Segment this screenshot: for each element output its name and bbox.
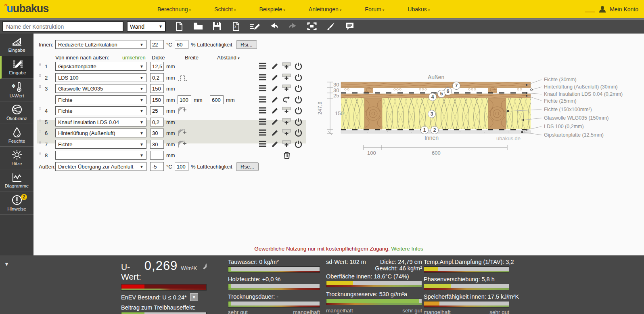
- innen-humidity-input[interactable]: [175, 40, 188, 49]
- insert-layer-icon[interactable]: [282, 73, 291, 82]
- dicke-input-1[interactable]: [150, 62, 164, 71]
- layer-menu-icon[interactable]: [258, 62, 267, 70]
- dicke-input-3[interactable]: [150, 84, 164, 93]
- breite-input-3b[interactable]: [178, 95, 191, 104]
- weitere-infos-link[interactable]: Weitere Infos: [391, 246, 423, 252]
- layer-marker-4[interactable]: 4: [429, 93, 437, 101]
- delete-layer-icon[interactable]: [283, 151, 291, 159]
- layer-menu-icon[interactable]: [258, 84, 267, 92]
- insert-layer-icon[interactable]: [282, 62, 291, 71]
- material-select-2[interactable]: LDS 100▼: [55, 73, 146, 82]
- drag-handle[interactable]: ⠿: [39, 75, 43, 78]
- layer-menu-icon[interactable]: [258, 74, 267, 81]
- edit-layer-icon[interactable]: [271, 118, 279, 125]
- drag-handle[interactable]: ⠿: [39, 63, 43, 66]
- drag-handle[interactable]: ⠿: [39, 86, 43, 89]
- enev-dropdown-button[interactable]: ▼: [190, 293, 198, 301]
- drag-handle[interactable]: ⠿: [39, 108, 43, 111]
- material-select-7[interactable]: Fichte▼: [55, 140, 146, 149]
- material-select-4[interactable]: Fichte▼: [55, 106, 146, 115]
- layer-menu-icon[interactable]: [258, 107, 267, 114]
- nav-forum[interactable]: Forum▾: [365, 6, 384, 13]
- layer-marker-3[interactable]: 3: [428, 110, 436, 118]
- rsi-button[interactable]: Rsi...: [236, 40, 257, 49]
- add-stud-icon[interactable]: [178, 129, 187, 137]
- toggle-layer-icon[interactable]: [295, 74, 302, 81]
- dicke-input-8[interactable]: [150, 151, 164, 160]
- sidebar-item-feuchte[interactable]: Feuchte: [0, 124, 33, 147]
- aussen-temp-input[interactable]: [150, 162, 164, 171]
- construction-type-select[interactable]: Wand▼: [127, 21, 166, 32]
- aussen-condition-select[interactable]: Direkter Übergang zur Außenluft▼: [55, 162, 146, 171]
- sidebar-item-hitze[interactable]: Hitze: [0, 147, 33, 169]
- innen-condition-select[interactable]: Reduzierte Luftzirkulation▼: [55, 40, 146, 49]
- toggle-layer-icon[interactable]: [295, 107, 302, 114]
- material-select-6[interactable]: Hinterlüftung (Außenluft)▼: [55, 129, 146, 137]
- insert-layer-icon[interactable]: [282, 140, 291, 149]
- toggle-layer-icon[interactable]: [295, 62, 302, 70]
- german-flag-icon[interactable]: [585, 6, 595, 13]
- edit-layer-icon[interactable]: [271, 62, 279, 70]
- dicke-input-2[interactable]: [150, 73, 164, 82]
- dicke-input-5[interactable]: [150, 118, 164, 126]
- add-stud-icon[interactable]: [178, 107, 187, 115]
- layer-menu-icon[interactable]: [258, 140, 267, 148]
- drag-handle[interactable]: ⠿: [39, 130, 43, 133]
- insert-layer-icon[interactable]: [282, 106, 291, 116]
- drag-handle[interactable]: ⠿: [39, 119, 43, 122]
- undo-button[interactable]: [268, 21, 280, 32]
- toggle-layer-icon[interactable]: [295, 129, 302, 137]
- dicke-input-3b[interactable]: [150, 95, 164, 104]
- paint-brush-button[interactable]: [325, 21, 337, 32]
- redo-button[interactable]: [287, 21, 299, 32]
- toggle-layer-icon[interactable]: [295, 140, 302, 148]
- nav-schicht[interactable]: Schicht▾: [214, 6, 236, 13]
- wrench-icon[interactable]: [203, 263, 207, 270]
- insert-layer-icon[interactable]: [282, 118, 291, 127]
- collapse-results-icon[interactable]: ▼: [4, 261, 9, 267]
- edit-layer-icon[interactable]: [271, 140, 279, 148]
- material-select-8[interactable]: ▼: [55, 151, 146, 160]
- toggle-layer-icon[interactable]: [295, 84, 302, 92]
- aussen-humidity-input[interactable]: [175, 162, 188, 171]
- dicke-input-7[interactable]: [150, 140, 164, 149]
- construction-name-input[interactable]: [2, 21, 123, 32]
- toggle-layer-icon[interactable]: [295, 96, 302, 103]
- sidebar-item-u-wert[interactable]: ❄ U-Wert: [0, 79, 33, 101]
- rotate-stud-icon[interactable]: [282, 96, 291, 104]
- comment-button[interactable]: [344, 21, 355, 32]
- fullscreen-button[interactable]: [306, 21, 318, 32]
- drag-handle[interactable]: ⠿: [39, 141, 43, 144]
- reverse-link[interactable]: umkehren: [122, 55, 146, 61]
- nav-anleitungen[interactable]: Anleitungen▾: [309, 6, 341, 13]
- material-select-1[interactable]: Gipskartonplatte▼: [55, 62, 146, 71]
- dicke-input-6[interactable]: [150, 129, 164, 137]
- col-abstand[interactable]: Abstand ▾: [217, 55, 240, 61]
- layer-marker-6[interactable]: 6: [444, 87, 452, 95]
- layer-marker-7[interactable]: 7: [452, 82, 460, 90]
- edit-layer-icon[interactable]: [271, 129, 279, 136]
- abstand-input-3b[interactable]: [210, 95, 224, 104]
- insert-layer-icon[interactable]: [282, 84, 291, 93]
- sidebar-item-eingabe-geometrie[interactable]: Eingabe: [0, 34, 33, 56]
- edit-layer-icon[interactable]: [271, 84, 279, 92]
- sidebar-item-hinweise[interactable]: 2 Hinweise: [0, 192, 33, 215]
- sidebar-item-oekobilanz[interactable]: Ökobilanz: [0, 101, 33, 124]
- drag-handle[interactable]: ⠿: [39, 152, 43, 155]
- pdf-export-button[interactable]: λ: [230, 21, 242, 32]
- edit-layer-icon[interactable]: [271, 107, 279, 114]
- nav-beispiele[interactable]: Beispiele▾: [259, 6, 285, 13]
- sidebar-item-eingabe-schichten[interactable]: Eingabe: [0, 56, 33, 79]
- edit-layer-icon[interactable]: [271, 74, 279, 81]
- insert-layer-icon[interactable]: [282, 129, 291, 138]
- nav-ubakus[interactable]: Ubakus▾: [408, 6, 430, 13]
- sidebar-item-diagramme[interactable]: Diagramme: [0, 169, 33, 192]
- open-folder-button[interactable]: [192, 21, 204, 32]
- new-document-button[interactable]: [174, 21, 185, 32]
- nav-berechnung[interactable]: Berechnung▾: [157, 6, 191, 13]
- layer-marker-1[interactable]: 1: [420, 126, 429, 134]
- innen-temp-input[interactable]: [150, 40, 164, 49]
- layer-menu-icon[interactable]: [258, 129, 267, 136]
- layer-menu-icon[interactable]: [258, 96, 267, 103]
- account-link[interactable]: Mein Konto: [610, 6, 638, 13]
